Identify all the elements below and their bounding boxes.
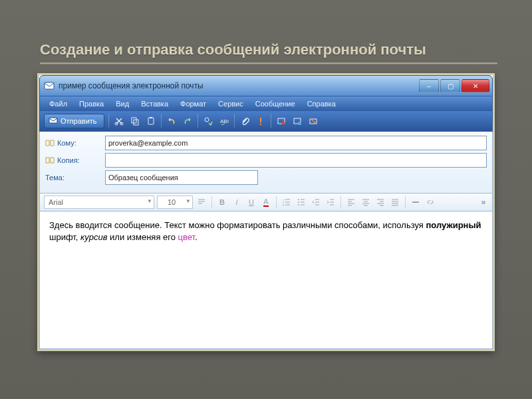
- insert-link-button[interactable]: [424, 196, 436, 208]
- to-input[interactable]: [105, 136, 487, 150]
- toolbar-divider: [108, 114, 109, 128]
- sign-button[interactable]: [275, 115, 287, 127]
- svg-point-20: [298, 201, 299, 203]
- undo-button[interactable]: [166, 115, 178, 127]
- main-toolbar: Отправить ABC: [39, 111, 493, 132]
- toolbar-divider: [271, 114, 271, 128]
- minimize-button[interactable]: –: [419, 79, 439, 92]
- menu-view[interactable]: Вид: [110, 98, 134, 109]
- attach-button[interactable]: [239, 115, 251, 127]
- body-bold-word: полужирный: [426, 220, 481, 230]
- svg-point-19: [298, 199, 299, 200]
- chevron-down-icon: ▼: [186, 198, 191, 204]
- maximize-button[interactable]: ▢: [440, 79, 460, 92]
- bold-button[interactable]: B: [216, 196, 228, 208]
- window-controls: – ▢ ✕: [419, 79, 489, 92]
- body-text: или изменяя его: [107, 232, 178, 242]
- svg-rect-14: [298, 122, 301, 125]
- svg-point-10: [259, 124, 261, 125]
- copy-button[interactable]: [129, 115, 141, 127]
- cc-label[interactable]: Копия:: [45, 156, 105, 164]
- font-color-button[interactable]: A: [260, 196, 272, 208]
- paste-button[interactable]: [145, 115, 157, 127]
- menubar: Файл Правка Вид Вставка Формат Сервис Со…: [39, 96, 493, 111]
- priority-button[interactable]: [255, 115, 267, 127]
- format-divider: [405, 196, 406, 208]
- menu-tools[interactable]: Сервис: [213, 98, 249, 109]
- app-icon: [44, 80, 55, 91]
- titlebar[interactable]: пример сообщения электронной почты – ▢ ✕: [39, 75, 493, 96]
- slide-background: Создание и отправка сообщений электронно…: [0, 0, 532, 399]
- close-button[interactable]: ✕: [462, 79, 489, 92]
- subject-label: Тема:: [45, 174, 105, 182]
- cc-input[interactable]: [105, 153, 487, 168]
- menu-help[interactable]: Справка: [302, 98, 341, 109]
- address-book-icon: [45, 140, 55, 146]
- svg-point-21: [298, 204, 299, 205]
- toolbar-overflow-button[interactable]: »: [479, 198, 488, 207]
- font-size-select[interactable]: 10▼: [157, 196, 193, 209]
- format-divider: [340, 196, 341, 208]
- menu-format[interactable]: Формат: [175, 98, 211, 109]
- outdent-button[interactable]: [310, 196, 322, 208]
- toolbar-divider: [161, 114, 162, 128]
- body-text: шрифт,: [49, 232, 80, 242]
- check-names-button[interactable]: [202, 115, 214, 127]
- cut-button[interactable]: [113, 115, 125, 127]
- menu-insert[interactable]: Вставка: [136, 98, 174, 109]
- svg-rect-0: [45, 82, 54, 89]
- format-divider: [276, 196, 277, 208]
- address-book-icon: [45, 157, 55, 164]
- align-left-button[interactable]: [345, 196, 357, 208]
- subject-row: Тема:: [45, 170, 487, 185]
- window-title: пример сообщения электронной почты: [59, 81, 419, 90]
- menu-file[interactable]: Файл: [44, 98, 72, 109]
- svg-text:3: 3: [283, 203, 285, 206]
- indent-button[interactable]: [325, 196, 336, 208]
- menu-message[interactable]: Сообщение: [250, 98, 301, 109]
- send-label: Отправить: [61, 117, 97, 125]
- svg-rect-1: [49, 118, 57, 123]
- svg-rect-7: [150, 117, 152, 118]
- message-body[interactable]: Здесь вводится сообщение. Текст можно фо…: [39, 211, 493, 349]
- redo-button[interactable]: [182, 115, 194, 127]
- message-headers: Кому: Копия: Тема:: [39, 132, 493, 194]
- numbered-list-button[interactable]: 123: [281, 196, 293, 208]
- email-compose-window: пример сообщения электронной почты – ▢ ✕…: [39, 75, 493, 349]
- screenshot-frame: пример сообщения электронной почты – ▢ ✕…: [37, 73, 495, 351]
- paragraph-style-button[interactable]: [196, 196, 207, 208]
- offline-button[interactable]: [307, 115, 319, 127]
- insert-hr-button[interactable]: [410, 196, 422, 208]
- svg-point-12: [281, 122, 285, 125]
- chevron-down-icon: ▼: [147, 198, 152, 204]
- menu-edit[interactable]: Правка: [74, 98, 109, 109]
- title-divider: [40, 63, 497, 64]
- body-color-word: цвет: [178, 232, 196, 242]
- bullet-list-button[interactable]: [295, 196, 307, 208]
- subject-input[interactable]: [105, 170, 258, 185]
- body-italic-word: курсив: [80, 232, 107, 242]
- align-center-button[interactable]: [360, 196, 372, 208]
- svg-rect-6: [148, 118, 154, 124]
- svg-point-8: [205, 118, 209, 122]
- body-text: .: [195, 232, 198, 242]
- to-label[interactable]: Кому:: [45, 139, 105, 147]
- send-button[interactable]: Отправить: [44, 114, 104, 128]
- cc-row: Копия:: [45, 153, 487, 168]
- format-toolbar: Arial▼ 10▼ B I U A 123: [39, 194, 493, 211]
- underline-button[interactable]: U: [245, 196, 257, 208]
- send-icon: [49, 116, 58, 126]
- encrypt-button[interactable]: [291, 115, 303, 127]
- toolbar-divider: [234, 114, 235, 128]
- font-select[interactable]: Arial▼: [44, 196, 154, 209]
- to-row: Кому:: [45, 136, 487, 150]
- toolbar-divider: [198, 114, 198, 128]
- body-text: Здесь вводится сообщение. Текст можно фо…: [49, 220, 426, 230]
- spelling-button[interactable]: ABC: [218, 115, 230, 127]
- format-divider: [211, 196, 212, 208]
- align-right-button[interactable]: [374, 196, 386, 208]
- italic-button[interactable]: I: [231, 196, 243, 208]
- align-justify-button[interactable]: [389, 196, 401, 208]
- slide-title: Создание и отправка сообщений электронно…: [40, 41, 497, 59]
